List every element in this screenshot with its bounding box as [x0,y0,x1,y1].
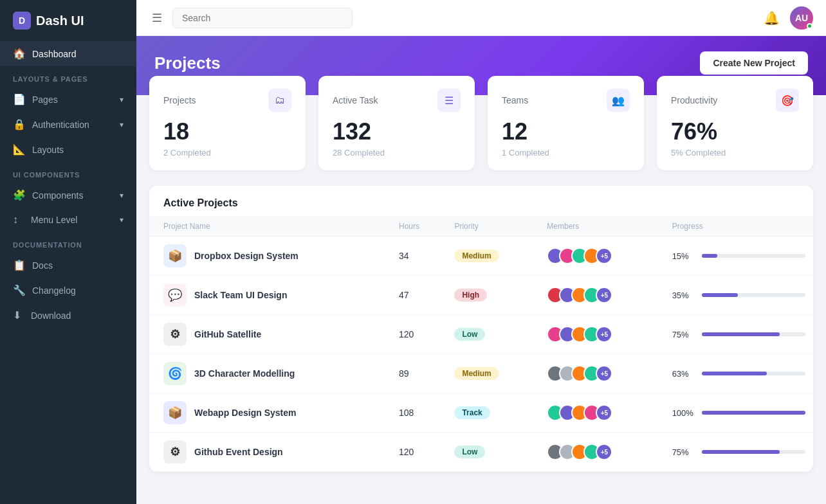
stat-sub-productivity: 5% Completed [671,148,799,158]
table-row: 🌀 3D Character Modelling 89Medium+5 63% [149,354,813,393]
stat-sub-teams: 1 Completed [502,148,630,158]
search-input[interactable] [172,8,353,28]
sidebar: D Dash UI 🏠 Dashboard LAYOUTS & PAGES 📄 … [0,0,136,504]
avatar-initials: AU [795,13,808,23]
project-logo: ⚙ [163,440,187,464]
sidebar-item-docs[interactable]: 📋 Docs [0,253,136,278]
stat-header-productivity: Productivity 🎯 [671,89,799,112]
members-overflow: +5 [596,326,612,343]
progress-bar-bg [702,293,805,297]
progress-label: 35% [672,291,697,300]
project-hours: 120 [391,433,446,472]
stat-title-productivity: Productivity [671,95,717,105]
sidebar-item-authentication[interactable]: 🔒 Authentication ▾ [0,112,136,137]
logo-icon: D [13,12,31,30]
table-header-row: Project Name Hours Priority Members Prog… [149,217,813,237]
priority-badge: Low [454,446,485,458]
table-row: 📦 Webapp Design System 108Track+5 100% [149,393,813,433]
project-name: 3D Character Modelling [194,368,295,379]
progress-bar-fill [702,450,780,454]
project-name-cell: 📦 Webapp Design System [149,393,391,433]
project-progress: 15% [665,237,813,276]
stat-icon-projects: 🗂 [268,89,291,112]
sidebar-item-changelog[interactable]: 🔧 Changelog [0,278,136,303]
project-progress: 35% [665,276,813,315]
col-hours: Hours [391,217,446,237]
stat-value-task: 132 [333,118,461,145]
menu-toggle-button[interactable]: ☰ [149,8,165,28]
progress-label: 75% [672,330,697,339]
members-overflow: +5 [596,365,612,382]
download-icon: ⬇ [13,309,24,321]
progress-bar-bg [702,450,805,454]
menu-icon: ↕ [13,214,24,226]
members-overflow: +5 [596,444,612,460]
active-projects-section: Active Projects Project Name Hours Prior… [149,186,813,472]
project-hours: 120 [391,315,446,354]
table-row: 📦 Dropbox Design System 34Medium+5 15% [149,237,813,276]
priority-badge: Medium [454,249,499,262]
avatar-online-dot [807,23,812,29]
members-overflow: +5 [596,248,612,264]
sidebar-item-layouts[interactable]: 📐 Layouts [0,137,136,162]
stat-title-task: Active Task [333,95,378,105]
project-members: +5 [539,433,664,472]
layouts-icon: 📐 [13,143,26,156]
project-name-cell: ⚙ Github Event Design [149,433,391,472]
project-name: Dropbox Design System [194,251,298,261]
sidebar-item-changelog-label: Changelog [32,285,76,296]
project-hours: 108 [391,393,446,433]
sidebar-item-dashboard-label: Dashboard [32,49,77,59]
project-members: +5 [539,315,664,354]
projects-table: Project Name Hours Priority Members Prog… [149,217,813,472]
auth-chevron: ▾ [120,120,124,129]
app-logo: D Dash UI [0,0,136,41]
project-name-cell: ⚙ GitHub Satellite [149,315,391,354]
stat-value-teams: 12 [502,118,630,145]
page-content: Projects Create New Project Projects 🗂 1… [136,36,826,504]
sidebar-item-menu-level[interactable]: ↕ Menu Level ▾ [0,208,136,232]
stat-value-projects: 18 [163,118,291,145]
members-overflow: +5 [596,404,612,421]
stat-card-projects: Projects 🗂 18 2 Completed [149,76,306,170]
project-name: GitHub Satellite [194,329,261,339]
project-progress: 63% [665,354,813,393]
header: ☰ 🔔 AU [136,0,826,36]
project-name: Webapp Design System [194,408,296,418]
project-name-cell: 💬 Slack Team UI Design [149,276,391,315]
stat-header-projects: Projects 🗂 [163,89,291,112]
project-hours: 47 [391,276,446,315]
sidebar-item-download[interactable]: ⬇ Download [0,303,136,328]
active-projects-title: Active Projects [149,186,813,217]
table-row: ⚙ GitHub Satellite 120Low+5 75% [149,315,813,354]
project-members: +5 [539,354,664,393]
progress-bar-fill [702,293,738,297]
project-priority: Low [446,433,539,472]
section-label-docs: DOCUMENTATION [0,232,136,253]
avatar[interactable]: AU [790,6,813,30]
progress-label: 75% [672,447,697,457]
create-project-button[interactable]: Create New Project [700,51,808,75]
project-logo: 📦 [163,244,187,267]
col-progress: Progress [665,217,813,237]
pages-chevron: ▾ [120,95,124,104]
table-row: ⚙ Github Event Design 120Low+5 75% [149,433,813,472]
sidebar-item-pages[interactable]: 📄 Pages ▾ [0,87,136,112]
progress-bar-bg [702,332,805,336]
sidebar-item-components-label: Components [32,190,83,201]
project-progress: 100% [665,393,813,433]
stat-card-productivity: Productivity 🎯 76% 5% Completed [657,76,813,170]
sidebar-item-dashboard[interactable]: 🏠 Dashboard [0,41,136,66]
project-priority: High [446,276,539,315]
menu-chevron: ▾ [120,215,124,224]
priority-badge: Low [454,328,485,341]
sidebar-item-pages-label: Pages [32,94,58,105]
notification-bell-button[interactable]: 🔔 [761,8,782,28]
project-members: +5 [539,393,664,433]
progress-bar-fill [702,372,767,375]
progress-bar-bg [702,254,805,258]
project-name-cell: 📦 Dropbox Design System [149,237,391,276]
sidebar-item-components[interactable]: 🧩 Components ▾ [0,183,136,208]
section-label-ui: UI COMPONENTS [0,162,136,183]
project-logo: 💬 [163,284,187,307]
